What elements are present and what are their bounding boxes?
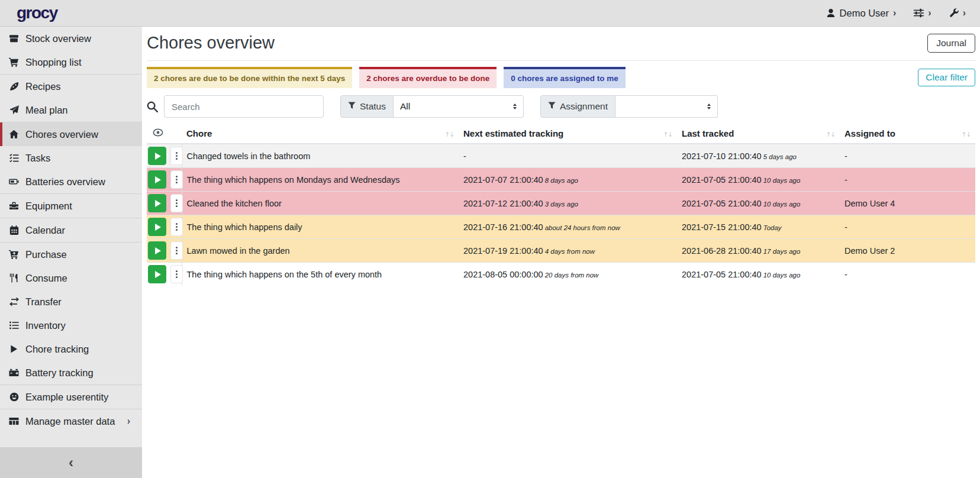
row-menu-button[interactable] (170, 147, 183, 165)
next-tracking-cell: 2021-08-05 00:00:0020 days from now (459, 263, 677, 286)
status-filter-label-box: Status (340, 95, 394, 118)
top-navbar: grocy Demo User › › › (0, 0, 980, 27)
navbar-right: Demo User › › › (826, 8, 966, 19)
row-menu-button[interactable] (170, 265, 183, 283)
sidebar-item-equipment[interactable]: Equipment › (0, 194, 142, 218)
sidebar-item-label: Battery tracking (25, 367, 94, 379)
sort-icon[interactable]: ↑↓ (826, 131, 835, 138)
next-tracking-cell: 2021-07-07 21:00:408 days ago (459, 168, 677, 192)
search-icon (147, 101, 158, 112)
assigned-to-cell: - (840, 168, 975, 192)
box-icon (8, 34, 20, 43)
row-actions-cell (147, 144, 182, 168)
play-icon (155, 224, 161, 231)
column-header-chore[interactable]: ↑↓Chore (182, 125, 459, 144)
track-chore-execution-button[interactable] (148, 241, 166, 260)
track-chore-execution-button[interactable] (148, 218, 166, 236)
table-row: The thing which happens on Mondays and W… (147, 168, 975, 192)
eye-icon (153, 128, 163, 138)
sort-icon[interactable]: ↑↓ (961, 131, 971, 138)
row-menu-button[interactable] (170, 218, 183, 236)
play-icon (155, 271, 161, 278)
sidebar-item-consume[interactable]: Consume › (0, 266, 142, 290)
home-icon (8, 130, 20, 139)
sidebar-item-recipes[interactable]: Recipes › (0, 75, 142, 98)
sidebar-item-label: Recipes (25, 81, 61, 92)
status-filter-select[interactable]: All (394, 95, 524, 118)
track-chore-execution-button[interactable] (148, 170, 166, 189)
vertical-ellipsis-icon (176, 179, 178, 180)
column-header-label: Next estimated tracking (463, 128, 563, 138)
journal-button[interactable]: Journal (927, 34, 975, 53)
sort-icon[interactable]: ↑↓ (444, 131, 454, 138)
filter-icon (348, 101, 356, 112)
sidebar-item-label: Consume (25, 273, 67, 284)
sidebar-item-chores-overview[interactable]: Chores overview › (0, 122, 142, 146)
row-menu-button[interactable] (170, 170, 183, 189)
wrench-icon (949, 8, 959, 18)
sidebar-item-stock-overview[interactable]: Stock overview › (0, 27, 142, 50)
assigned-to-me-filter-banner[interactable]: 0 chores are assigned to me (504, 67, 626, 88)
sidebar-item-label: Example userentity (25, 392, 108, 403)
assignment-filter-select[interactable] (615, 95, 718, 118)
sidebar-item-battery-tracking[interactable]: Battery tracking › (0, 361, 142, 385)
row-actions-cell (147, 215, 182, 239)
search-input[interactable] (164, 95, 324, 118)
sliders-icon (914, 8, 924, 18)
next-tracking-cell: - (459, 144, 677, 168)
sidebar-item-manage-master-data[interactable]: Manage master data › (0, 409, 142, 433)
chevron-right-icon: › (963, 8, 966, 18)
row-menu-button[interactable] (170, 241, 183, 260)
sidebar-item-calendar[interactable]: Calendar › (0, 218, 142, 242)
sidebar-item-purchase[interactable]: Purchase › (0, 243, 142, 266)
table-row: Changed towels in the bathroom - 2021-07… (147, 144, 975, 168)
calendar-icon (8, 225, 20, 235)
sidebar-item-chore-tracking[interactable]: Chore tracking › (0, 337, 142, 361)
grocy-logo[interactable]: grocy (17, 4, 57, 22)
next-tracking-cell: 2021-07-12 21:00:403 days ago (459, 192, 677, 215)
play-icon (155, 247, 161, 254)
sidebar-item-shopping-list[interactable]: Shopping list › (0, 50, 142, 74)
sidebar: Stock overview › Shopping list › Recipes… (0, 27, 142, 478)
admin-menu[interactable]: › (949, 8, 966, 18)
table-row: The thing which happens daily 2021-07-16… (147, 215, 975, 239)
next-tracking-cell: 2021-07-16 21:00:40about 24 hours from n… (459, 215, 677, 239)
user-menu[interactable]: Demo User › (826, 8, 897, 19)
sidebar-item-label: Inventory (25, 320, 66, 331)
sidebar-item-meal-plan[interactable]: Meal plan › (0, 98, 142, 122)
settings-menu[interactable]: › (914, 8, 931, 18)
row-menu-button[interactable] (170, 194, 183, 212)
filter-banners-row: 2 chores are due to be done within the n… (147, 67, 975, 88)
car-battery-icon (8, 368, 20, 377)
sidebar-menu: Stock overview › Shopping list › Recipes… (0, 27, 142, 433)
chevron-left-icon: ‹ (69, 456, 73, 470)
exchange-arrows-icon (8, 297, 20, 306)
due-soon-filter-banner[interactable]: 2 chores are due to be done within the n… (147, 67, 352, 88)
track-chore-execution-button[interactable] (148, 194, 166, 212)
sidebar-item-inventory[interactable]: Inventory › (0, 314, 142, 337)
clear-filter-button[interactable]: Clear filter (918, 69, 975, 86)
track-chore-execution-button[interactable] (148, 265, 166, 283)
sidebar-item-example-userentity[interactable]: Example userentity › (0, 385, 142, 409)
last-tracked-cell: 2021-07-05 21:00:4010 days ago (677, 168, 840, 192)
assignment-filter-label: Assignment (560, 101, 608, 112)
column-header-last-tracked[interactable]: ↑↓Last tracked (677, 125, 840, 144)
sidebar-item-batteries-overview[interactable]: Batteries overview › (0, 170, 142, 193)
sidebar-item-transfer[interactable]: Transfer › (0, 290, 142, 314)
sidebar-item-tasks[interactable]: Tasks › (0, 146, 142, 170)
sort-icon[interactable]: ↑↓ (663, 131, 672, 138)
column-header-next-estimated-tracking[interactable]: ↑↓Next estimated tracking (459, 125, 677, 144)
sidebar-item-label: Manage master data (25, 416, 115, 427)
sidebar-collapse-button[interactable]: ‹ (0, 447, 142, 478)
track-chore-execution-button[interactable] (148, 147, 166, 165)
chore-name-cell: Cleaned the kitchen floor (182, 192, 459, 215)
last-tracked-cell: 2021-07-05 21:00:4010 days ago (677, 263, 840, 286)
next-tracking-cell: 2021-07-19 21:00:404 days from now (459, 239, 677, 263)
vertical-ellipsis-icon (176, 273, 178, 275)
overdue-filter-banner[interactable]: 2 chores are overdue to be done (359, 67, 497, 88)
last-tracked-cell: 2021-07-15 21:00:40Today (677, 215, 840, 239)
table-icon (8, 416, 20, 426)
visibility-column-header[interactable] (147, 125, 182, 144)
column-header-assigned-to[interactable]: ↑↓Assigned to (840, 125, 975, 144)
row-actions-cell (147, 263, 182, 286)
